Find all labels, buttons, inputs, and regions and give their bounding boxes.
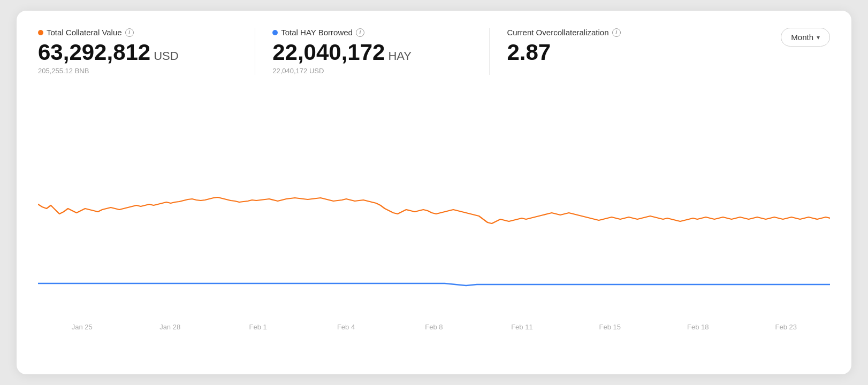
x-label-feb11: Feb 11 (478, 323, 566, 331)
period-button[interactable]: Month ▾ (781, 28, 830, 47)
x-label-feb4: Feb 4 (302, 323, 390, 331)
metric-hay: Total HAY Borrowed i 22,040,172HAY 22,04… (272, 28, 490, 75)
metric-collateral-value: 63,292,812USD (38, 40, 238, 65)
x-label-jan28: Jan 28 (126, 323, 214, 331)
collateral-unit: USD (154, 49, 178, 63)
metric-collateral-label: Total Collateral Value i (38, 28, 238, 37)
hay-sub: 22,040,172 USD (272, 67, 472, 75)
orange-dot (38, 30, 43, 35)
metric-collateral: Total Collateral Value i 63,292,812USD 2… (38, 28, 255, 75)
x-label-feb18: Feb 18 (654, 323, 742, 331)
period-button-label: Month (791, 33, 813, 42)
collateral-number: 63,292,812 (38, 40, 150, 65)
hay-info-icon[interactable]: i (356, 28, 364, 37)
chart-area: Jan 25 Jan 28 Feb 1 Feb 4 Feb 8 Feb 11 F… (38, 92, 830, 361)
x-label-feb1: Feb 1 (214, 323, 302, 331)
chevron-down-icon: ▾ (817, 34, 820, 41)
x-axis-labels: Jan 25 Jan 28 Feb 1 Feb 4 Feb 8 Feb 11 F… (38, 319, 830, 331)
dashboard-card: Total Collateral Value i 63,292,812USD 2… (17, 11, 851, 374)
metric-hay-label-text: Total HAY Borrowed (281, 28, 353, 37)
x-label-jan25: Jan 25 (38, 323, 126, 331)
metric-overcollateral-label-text: Current Overcollateralization (507, 28, 608, 37)
overcollateral-info-icon[interactable]: i (612, 28, 621, 37)
metric-overcollateral: Current Overcollateralization i 2.87 (507, 28, 764, 67)
metrics-row: Total Collateral Value i 63,292,812USD 2… (38, 28, 830, 75)
metric-hay-label: Total HAY Borrowed i (272, 28, 472, 37)
chart-svg (38, 92, 830, 317)
x-label-feb23: Feb 23 (742, 323, 830, 331)
blue-dot (272, 30, 278, 35)
collateral-sub: 205,255.12 BNB (38, 67, 238, 75)
blue-line (38, 283, 830, 286)
metric-hay-value: 22,040,172HAY (272, 40, 472, 65)
metric-overcollateral-value: 2.87 (507, 40, 747, 65)
collateral-info-icon[interactable]: i (125, 28, 134, 37)
orange-line (38, 197, 830, 224)
x-label-feb8: Feb 8 (390, 323, 478, 331)
hay-unit: HAY (388, 49, 412, 63)
hay-number: 22,040,172 (272, 40, 385, 65)
x-label-feb15: Feb 15 (566, 323, 654, 331)
metric-collateral-label-text: Total Collateral Value (47, 28, 122, 37)
overcollateral-number: 2.87 (507, 40, 551, 65)
metric-overcollateral-label: Current Overcollateralization i (507, 28, 747, 37)
